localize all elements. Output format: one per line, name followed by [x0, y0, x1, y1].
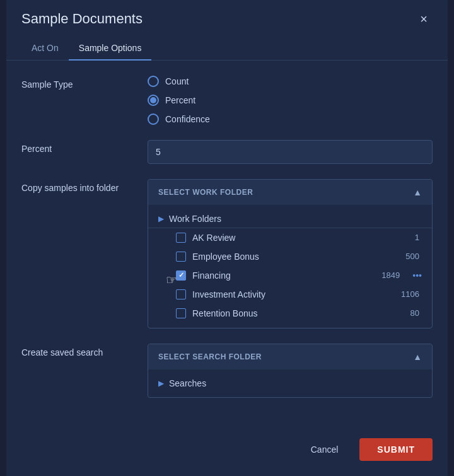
tree-expand-icon[interactable]: ▶: [158, 214, 164, 223]
radio-percent-label: Percent: [165, 95, 195, 105]
radio-count-circle: [148, 76, 159, 87]
work-folders-label: Work Folders: [169, 214, 221, 224]
searches-parent: ▶ Searches: [148, 374, 432, 392]
saved-search-label: Create saved search: [21, 344, 148, 357]
searches-label: Searches: [169, 378, 206, 388]
folder-retention-bonus: Retention Bonus 80: [148, 304, 432, 323]
modal-footer: Cancel SUBMIT: [6, 428, 448, 467]
tab-sample-options[interactable]: Sample Options: [69, 37, 152, 61]
radio-percent-circle: [148, 95, 159, 106]
tab-act-on[interactable]: Act On: [21, 37, 69, 61]
radio-confidence[interactable]: Confidence: [148, 113, 433, 125]
percent-label: Percent: [21, 140, 148, 154]
folder-investment-activity-name: Investment Activity: [192, 289, 395, 299]
folder-retention-bonus-name: Retention Bonus: [192, 308, 404, 318]
work-folder-content: ▶ Work Folders AK Review 1: [148, 205, 432, 328]
cancel-button[interactable]: Cancel: [300, 438, 350, 461]
radio-group: Count Percent Confidence: [148, 76, 433, 125]
percent-input-container: [148, 140, 433, 164]
checkbox-investment-activity[interactable]: [176, 289, 186, 299]
search-folder-chevron-icon: ▲: [413, 352, 422, 362]
copy-samples-label: Copy samples into folder: [21, 179, 148, 193]
percent-input[interactable]: [148, 140, 433, 164]
submit-button[interactable]: SUBMIT: [359, 438, 433, 461]
radio-percent[interactable]: Percent: [148, 95, 433, 106]
modal-header: Sample Documents ×: [6, 0, 448, 29]
folder-ak-review-count: 1: [415, 233, 422, 242]
folder-investment-activity: Investment Activity 1106: [148, 285, 432, 304]
folder-financing-count: 1849: [381, 270, 402, 280]
copy-samples-row: Copy samples into folder SELECT WORK FOL…: [21, 179, 433, 328]
folder-financing-name: Financing: [192, 270, 375, 281]
search-folder-section: SELECT SEARCH FOLDER ▲ ▶ Searches: [148, 344, 433, 398]
work-folder-box: SELECT WORK FOLDER ▲ ▶ Work Folders: [148, 179, 433, 328]
work-folder-section: SELECT WORK FOLDER ▲ ▶ Work Folders: [148, 179, 433, 328]
radio-confidence-circle: [148, 113, 159, 125]
saved-search-row: Create saved search SELECT SEARCH FOLDER…: [21, 344, 433, 398]
modal-body: Sample Type Count Percent Co: [6, 61, 448, 428]
work-folders-parent: ▶ Work Folders: [148, 210, 432, 228]
sample-type-options: Count Percent Confidence: [148, 76, 433, 125]
close-button[interactable]: ×: [415, 9, 433, 29]
searches-expand-icon[interactable]: ▶: [158, 379, 164, 388]
work-folder-title: SELECT WORK FOLDER: [158, 188, 253, 197]
tab-bar: Act On Sample Options: [6, 29, 448, 61]
search-folder-box: SELECT SEARCH FOLDER ▲ ▶ Searches: [148, 344, 433, 398]
radio-count[interactable]: Count: [148, 76, 433, 87]
modal-title: Sample Documents: [21, 11, 143, 27]
search-folder-title: SELECT SEARCH FOLDER: [158, 352, 262, 361]
folder-employee-bonus-name: Employee Bonus: [192, 252, 399, 262]
search-folder-header[interactable]: SELECT SEARCH FOLDER ▲: [148, 344, 432, 369]
sample-type-row: Sample Type Count Percent Co: [21, 76, 433, 125]
checkbox-financing[interactable]: [176, 270, 186, 281]
checkbox-retention-bonus[interactable]: [176, 308, 186, 318]
modal-container: Sample Documents × Act On Sample Options…: [6, 0, 448, 476]
folder-investment-activity-count: 1106: [401, 289, 422, 299]
folder-financing: Financing 1849 •••: [148, 266, 432, 285]
work-folder-header[interactable]: SELECT WORK FOLDER ▲: [148, 180, 432, 205]
checkbox-ak-review[interactable]: [176, 233, 186, 243]
folder-financing-dots[interactable]: •••: [409, 270, 422, 281]
folder-employee-bonus-count: 500: [405, 252, 422, 261]
work-folder-chevron-icon: ▲: [413, 187, 422, 197]
folder-employee-bonus: Employee Bonus 500: [148, 247, 432, 266]
checkbox-employee-bonus[interactable]: [176, 252, 186, 262]
search-folder-content: ▶ Searches: [148, 369, 432, 397]
folder-ak-review: AK Review 1: [148, 228, 432, 247]
percent-row: Percent: [21, 140, 433, 164]
sample-type-label: Sample Type: [21, 76, 148, 90]
folder-ak-review-name: AK Review: [192, 233, 409, 243]
radio-count-label: Count: [165, 76, 189, 86]
folder-retention-bonus-count: 80: [410, 308, 422, 318]
radio-confidence-label: Confidence: [165, 114, 210, 124]
